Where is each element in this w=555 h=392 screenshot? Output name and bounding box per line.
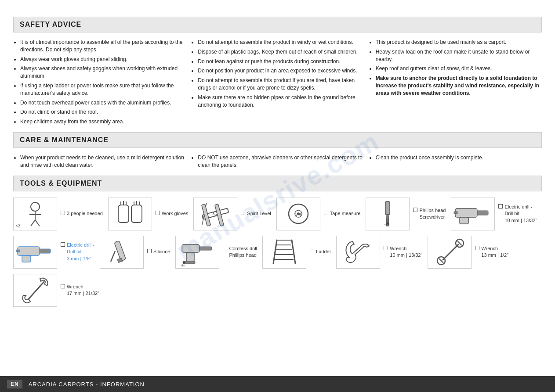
- care-col2: DO NOT use acetone, abrasive cleaners or…: [191, 154, 364, 171]
- svg-rect-28: [477, 211, 488, 215]
- svg-line-44: [273, 240, 277, 263]
- svg-text:✛: ✛: [181, 263, 185, 266]
- svg-line-45: [292, 240, 295, 263]
- tool-label-tape: Tape measure: [324, 210, 361, 217]
- safety-col3: This product is designed to be used main…: [369, 39, 542, 128]
- care-columns: When your product needs to be cleaned, u…: [13, 154, 542, 171]
- care-item: When your product needs to be cleaned, u…: [20, 154, 186, 169]
- tool-checkbox[interactable]: [61, 211, 65, 215]
- tool-icon-tape: 5M: [276, 198, 320, 230]
- tool-wrench10: Wrench10 mm | 13/32": [336, 236, 422, 269]
- tool-icon-silicone: [100, 236, 144, 269]
- care-col1: When your product needs to be cleaned, u…: [13, 154, 186, 171]
- gloves-icon: [115, 201, 145, 227]
- svg-rect-27: [455, 209, 477, 217]
- tool-checkbox[interactable]: [61, 284, 65, 288]
- safety-item: Make sure there are no hidden pipes or c…: [198, 94, 364, 109]
- tool-checkbox[interactable]: [310, 249, 314, 253]
- safety-item: Keep roof and gutters clear of snow, dir…: [376, 65, 542, 72]
- safety-title: SAFETY ADVICE: [20, 21, 535, 29]
- svg-line-56: [29, 282, 44, 299]
- safety-col1: It is of utmost importance to assemble a…: [13, 39, 186, 128]
- tool-label-silicone: Silicone: [147, 248, 170, 255]
- svg-rect-38: [182, 245, 200, 252]
- care-col3: Clean the product once assembly is compl…: [369, 154, 542, 171]
- svg-rect-39: [200, 247, 212, 250]
- svg-text:✛: ✛: [384, 221, 388, 227]
- wrench2-icon: [434, 238, 465, 266]
- safety-item: Do not attempt to assemble the product i…: [198, 39, 364, 46]
- tool-cordless: ✛ Cordless drillPhillips head: [175, 236, 257, 269]
- silicone-icon: [106, 239, 137, 265]
- safety-columns: It is of utmost importance to assemble a…: [13, 39, 542, 128]
- svg-rect-29: [460, 217, 468, 224]
- tool-checkbox[interactable]: [324, 211, 328, 215]
- svg-rect-40: [186, 252, 194, 261]
- svg-point-0: [31, 202, 40, 211]
- ladder-icon: [269, 238, 300, 266]
- tool-icon-wrench10: [336, 236, 380, 269]
- safety-section-header: SAFETY ADVICE: [13, 17, 542, 32]
- tool-icon-wrench17: [13, 274, 57, 307]
- tool-checkbox[interactable]: [475, 246, 479, 250]
- safety-item: Always wear shoes and safety goggles whe…: [20, 65, 186, 80]
- svg-rect-30: [454, 212, 457, 214]
- safety-item: Do not position your product in an area …: [198, 67, 364, 75]
- tool-label-gloves: Work gloves: [156, 210, 188, 217]
- tool-label-wrench10: Wrench10 mm | 13/32": [384, 245, 422, 259]
- svg-line-37: [111, 251, 115, 262]
- tool-checkbox[interactable]: [147, 249, 152, 253]
- tool-icon-people: ×3: [13, 198, 57, 230]
- tool-philips: ✛ Philips headScrewdriver: [366, 198, 446, 230]
- tool-icon-drill1: [451, 198, 495, 230]
- tool-icon-ladder: [262, 236, 306, 269]
- safety-item: Do not attempt to assemble this product …: [198, 77, 364, 92]
- footer-title: ARCADIA CARPORTS - INFORMATION: [29, 381, 145, 388]
- care-item: DO NOT use acetone, abrasive cleaners or…: [198, 154, 364, 169]
- tool-silicone: Silicone: [100, 236, 170, 269]
- tool-checkbox[interactable]: [413, 208, 417, 212]
- screwdriver-icon: ✛: [372, 201, 403, 227]
- tool-checkbox[interactable]: [223, 246, 227, 250]
- safety-item: Keep children away from the assembly are…: [20, 118, 186, 126]
- safety-item: Do not climb or stand on the roof.: [20, 108, 186, 116]
- tool-checkbox[interactable]: [156, 211, 160, 215]
- tool-label-wrench13: Wrench13 mm | 1/2": [475, 245, 508, 259]
- tool-icon-cordless: ✛: [175, 236, 219, 269]
- svg-rect-31: [18, 247, 40, 255]
- safety-item: It is of utmost importance to assemble a…: [20, 39, 186, 54]
- tool-label-spirit: Spirit Level: [241, 210, 271, 217]
- tool-checkbox[interactable]: [384, 246, 388, 250]
- svg-line-4: [35, 220, 40, 226]
- svg-rect-32: [40, 249, 51, 253]
- safety-item: If using a step ladder or power tools ma…: [20, 82, 186, 97]
- wrench3-icon: [20, 276, 51, 305]
- safety-item: Dispose of all plastic bags. Keep them o…: [198, 48, 364, 56]
- svg-rect-34: [16, 250, 20, 252]
- language-badge: EN: [7, 380, 22, 388]
- x3-label: ×3: [15, 223, 20, 228]
- tools-section-header: TOOLS & EQUIPMENT: [13, 176, 542, 191]
- tool-icon-drill2: [13, 236, 57, 269]
- spirit-level-icon: [200, 201, 231, 227]
- safety-item: Make sure to anchor the product directly…: [376, 75, 542, 97]
- safety-item: Do not touch overhead power cables with …: [20, 99, 186, 107]
- tool-drill1: Electric drill -Drill bit10 mm | 13/32": [451, 198, 537, 230]
- safety-item: Always wear work gloves during panel sli…: [20, 56, 186, 63]
- tool-wrench13: Wrench13 mm | 1/2": [428, 236, 508, 269]
- tool-checkbox[interactable]: [61, 242, 65, 247]
- tool-checkbox[interactable]: [241, 211, 245, 215]
- tape-measure-icon: 5M: [283, 201, 314, 227]
- svg-rect-6: [131, 205, 142, 223]
- svg-line-3: [31, 220, 35, 226]
- tool-icon-wrench13: [428, 236, 472, 269]
- person-icon: [20, 201, 51, 227]
- tool-label-philips: Philips headScrewdriver: [413, 207, 446, 221]
- svg-rect-5: [118, 205, 129, 223]
- safety-col2: Do not attempt to assemble the product i…: [191, 39, 364, 128]
- tool-checkbox[interactable]: [498, 204, 503, 209]
- tool-icon-gloves: [108, 198, 152, 230]
- electric-drill2-icon: [15, 238, 55, 266]
- tool-label-drill2: Electric drill -Drill bit3 mm | 1/8": [61, 242, 94, 262]
- svg-rect-41: [185, 261, 195, 264]
